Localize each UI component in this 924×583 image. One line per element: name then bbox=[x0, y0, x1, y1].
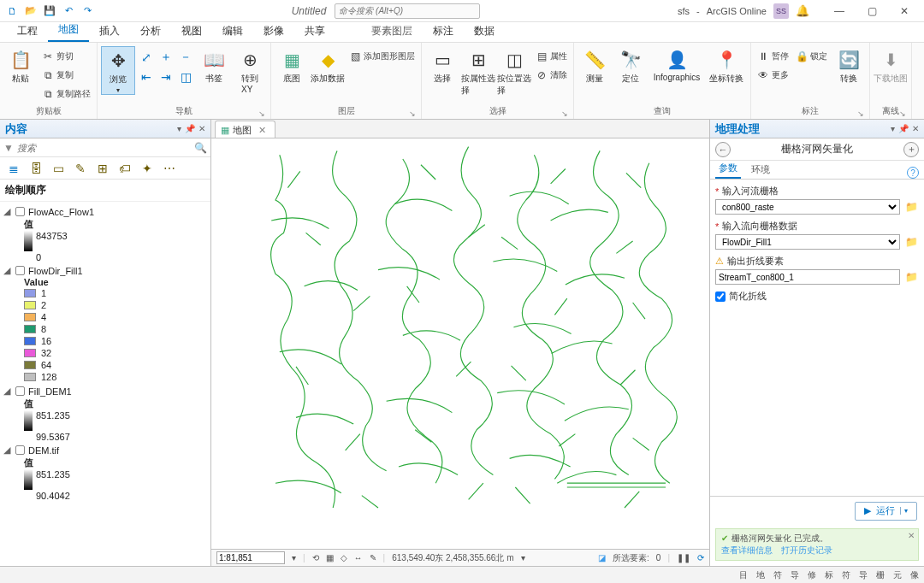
status-item[interactable]: 导 bbox=[859, 569, 868, 581]
back-icon[interactable]: ← bbox=[715, 142, 731, 157]
collapse-icon[interactable]: ◢ bbox=[3, 206, 12, 217]
select-button[interactable]: ▭选择 bbox=[425, 46, 459, 85]
close-button[interactable]: ✕ bbox=[890, 3, 919, 20]
layer-checkbox[interactable] bbox=[15, 445, 25, 455]
layer-checkbox[interactable] bbox=[15, 386, 25, 396]
measure-button[interactable]: 📏测量 bbox=[578, 46, 612, 85]
browse-icon[interactable]: 📁 bbox=[903, 199, 919, 215]
collapse-icon[interactable]: ◢ bbox=[3, 445, 12, 456]
save-icon[interactable]: 💾 bbox=[43, 4, 56, 18]
tab-share[interactable]: 共享 bbox=[294, 21, 335, 42]
autohide-icon[interactable]: ▾ bbox=[891, 124, 895, 133]
next-extent-icon[interactable]: ⇥ bbox=[157, 68, 175, 86]
basemap-button[interactable]: ▦底图 bbox=[275, 46, 309, 85]
symbol-swatch[interactable] bbox=[24, 373, 36, 381]
tab-edit[interactable]: 编辑 bbox=[212, 21, 253, 42]
tab-view[interactable]: 视图 bbox=[171, 21, 212, 42]
status-item[interactable]: 像 bbox=[910, 569, 919, 581]
symbol-swatch[interactable] bbox=[24, 301, 36, 309]
grid-icon[interactable]: ▦ bbox=[326, 553, 334, 562]
explore-button[interactable]: ✥浏览▾ bbox=[101, 46, 135, 95]
list-selection-icon[interactable]: ▭ bbox=[50, 160, 67, 177]
layer-checkbox[interactable] bbox=[15, 207, 25, 216]
copy-path-button[interactable]: ⧉复制路径 bbox=[39, 85, 93, 103]
view-unplaced-button[interactable]: 👁更多 bbox=[755, 67, 791, 84]
coord-convert-button[interactable]: 📍坐标转换 bbox=[706, 46, 747, 85]
dialog-launcher-icon[interactable]: ↘ bbox=[561, 109, 568, 118]
layer-name[interactable]: FlowDir_Fill1 bbox=[28, 266, 83, 276]
status-item[interactable]: 符 bbox=[773, 569, 782, 581]
run-button[interactable]: ▶运行▾ bbox=[855, 502, 917, 521]
tab-feature-layer[interactable]: 要素图层 bbox=[361, 21, 423, 42]
more-icon[interactable]: ⋯ bbox=[161, 160, 178, 177]
filter-icon[interactable]: ▼ bbox=[3, 142, 14, 154]
attributes-button[interactable]: ▤属性 bbox=[533, 48, 570, 65]
symbol-swatch[interactable] bbox=[24, 349, 36, 357]
pause-labels-button[interactable]: ⏸暂停 bbox=[755, 48, 791, 65]
symbol-swatch[interactable] bbox=[24, 361, 36, 369]
full-extent-icon[interactable]: ⤢ bbox=[137, 48, 156, 67]
pause-draw-icon[interactable]: ❚❚ bbox=[677, 553, 690, 562]
undo-icon[interactable]: ↶ bbox=[62, 4, 75, 18]
portal-name[interactable]: ArcGIS Online bbox=[707, 6, 767, 16]
symbol-swatch[interactable] bbox=[24, 313, 36, 321]
correction-icon[interactable]: ✎ bbox=[370, 553, 376, 562]
tab-insert[interactable]: 插入 bbox=[89, 21, 130, 42]
minimize-button[interactable]: — bbox=[825, 3, 854, 20]
input-flowdir-raster[interactable]: FlowDir_Fill1 bbox=[715, 234, 900, 250]
fixed-zoom-in-icon[interactable]: ＋ bbox=[157, 48, 175, 67]
symbol-swatch[interactable] bbox=[24, 337, 36, 345]
dialog-launcher-icon[interactable]: ↘ bbox=[857, 109, 864, 118]
dialog-launcher-icon[interactable]: ↘ bbox=[258, 109, 265, 118]
symbol-swatch[interactable] bbox=[24, 289, 36, 297]
status-item[interactable]: 导 bbox=[791, 569, 799, 581]
list-source-icon[interactable]: 🗄 bbox=[27, 160, 44, 177]
browse-icon[interactable]: 📁 bbox=[903, 234, 919, 250]
close-pane-icon[interactable]: ✕ bbox=[198, 124, 205, 133]
contents-search-input[interactable] bbox=[17, 143, 191, 153]
cut-button[interactable]: ✂剪切 bbox=[39, 48, 93, 65]
view-details-link[interactable]: 查看详细信息 bbox=[721, 545, 773, 555]
layer-name[interactable]: Fill_DEM1 bbox=[28, 386, 72, 397]
tab-parameters[interactable]: 参数 bbox=[715, 160, 741, 179]
clear-selection-button[interactable]: ⊘清除 bbox=[533, 67, 570, 84]
rotation-icon[interactable]: ⟲ bbox=[312, 553, 319, 562]
tab-map[interactable]: 地图 bbox=[48, 20, 89, 42]
redo-icon[interactable]: ↷ bbox=[80, 4, 94, 18]
status-item[interactable]: 符 bbox=[842, 569, 850, 581]
scale-input[interactable] bbox=[216, 551, 285, 564]
search-icon[interactable]: 🔍 bbox=[194, 142, 207, 154]
collapse-icon[interactable]: ◢ bbox=[3, 265, 12, 276]
symbol-swatch[interactable] bbox=[24, 325, 36, 333]
help-icon[interactable]: ? bbox=[907, 167, 919, 179]
goto-xy-button[interactable]: ⊕转到 XY bbox=[233, 46, 267, 94]
copy-button[interactable]: ⧉复制 bbox=[39, 67, 93, 84]
lock-labels-button[interactable]: 🔒锁定 bbox=[793, 48, 830, 65]
open-history-link[interactable]: 打开历史记录 bbox=[781, 545, 832, 555]
bell-icon[interactable]: 🔔 bbox=[796, 4, 809, 17]
add-data-button[interactable]: ◆添加数据 bbox=[311, 46, 345, 85]
scale-dropdown-icon[interactable]: ▾ bbox=[292, 553, 296, 562]
open-project-icon[interactable]: 📂 bbox=[24, 4, 38, 18]
command-search-input[interactable] bbox=[335, 3, 480, 19]
locate-button[interactable]: 🔭定位 bbox=[613, 46, 648, 85]
select-by-loc-button[interactable]: ◫按位置选择 bbox=[497, 46, 531, 97]
layer-name[interactable]: DEM.tif bbox=[28, 445, 59, 456]
list-editing-icon[interactable]: ✎ bbox=[72, 160, 89, 177]
status-item[interactable]: 元 bbox=[893, 569, 902, 581]
add-graphics-layer-button[interactable]: ▧添加图形图层 bbox=[346, 48, 418, 65]
status-item[interactable]: 修 bbox=[808, 569, 816, 581]
collapse-icon[interactable]: ◢ bbox=[3, 386, 12, 397]
dismiss-icon[interactable]: ✕ bbox=[908, 531, 915, 540]
output-polyline[interactable] bbox=[715, 269, 900, 285]
coord-dropdown-icon[interactable]: ▾ bbox=[521, 553, 525, 562]
prev-extent-icon[interactable]: ⇤ bbox=[137, 68, 156, 86]
avatar[interactable]: SS bbox=[773, 3, 789, 19]
refresh-icon[interactable]: ⟳ bbox=[697, 553, 704, 562]
dialog-launcher-icon[interactable]: ↘ bbox=[409, 109, 416, 118]
status-item[interactable]: 栅 bbox=[876, 569, 885, 581]
status-item[interactable]: 地 bbox=[756, 569, 765, 581]
add-favorite-icon[interactable]: ＋ bbox=[903, 142, 919, 157]
close-tab-icon[interactable]: ✕ bbox=[258, 125, 266, 136]
close-pane-icon[interactable]: ✕ bbox=[912, 124, 919, 133]
